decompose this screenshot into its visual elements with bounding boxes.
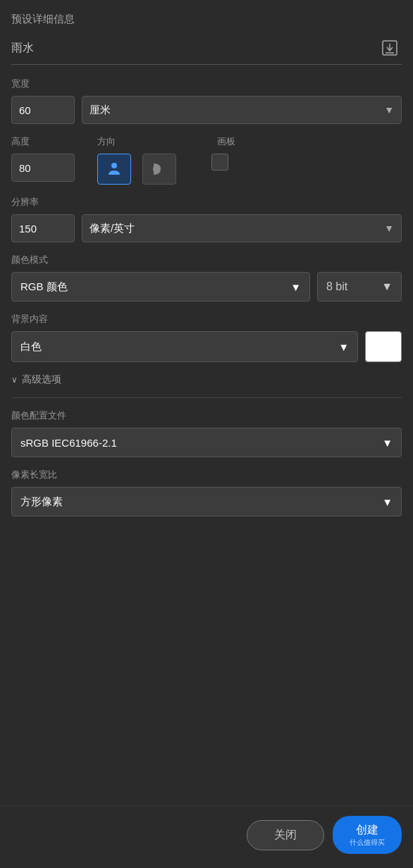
- name-row: [11, 36, 402, 65]
- pixel-ratio-select[interactable]: 方形像素 ▼: [11, 487, 402, 516]
- background-select[interactable]: 白色 ▼: [11, 331, 358, 362]
- width-label: 宽度: [11, 78, 402, 90]
- color-profile-chevron: ▼: [382, 437, 393, 449]
- resolution-row: 像素/英寸 ▼: [11, 214, 402, 242]
- create-sub-label: 什么值得买: [350, 838, 385, 847]
- background-chevron: ▼: [338, 341, 349, 353]
- advanced-options-toggle[interactable]: ∨ 高级选项: [11, 373, 402, 386]
- color-mode-chevron: ▼: [290, 281, 301, 293]
- color-mode-label: 颜色模式: [11, 254, 402, 266]
- canvas-checkbox[interactable]: [211, 154, 228, 170]
- create-label: 创建: [356, 823, 378, 838]
- width-unit-select[interactable]: 厘米 ▼: [82, 96, 402, 124]
- create-button[interactable]: 创建 什么值得买: [333, 816, 402, 854]
- orientation-label: 方向: [97, 135, 182, 148]
- landscape-button[interactable]: [142, 154, 176, 185]
- advanced-arrow-icon: ∨: [11, 375, 18, 385]
- pixel-ratio-label: 像素长宽比: [11, 469, 402, 481]
- close-button[interactable]: 关闭: [247, 820, 324, 850]
- section-title: 预设详细信息: [11, 13, 402, 26]
- height-label: 高度: [11, 135, 75, 148]
- width-input[interactable]: [11, 96, 75, 124]
- height-input[interactable]: [11, 154, 75, 182]
- portrait-button[interactable]: [97, 154, 131, 185]
- resolution-unit-chevron: ▼: [384, 223, 394, 234]
- advanced-label: 高级选项: [22, 373, 61, 386]
- height-block: 高度 方向: [11, 135, 402, 185]
- width-row: 厘米 ▼: [11, 96, 402, 124]
- save-icon: [381, 39, 399, 57]
- pixel-ratio-chevron: ▼: [382, 496, 393, 508]
- color-profile-label: 颜色配置文件: [11, 409, 402, 422]
- color-bits-chevron: ▼: [381, 280, 393, 293]
- color-profile-select[interactable]: sRGB IEC61966-2.1 ▼: [11, 428, 402, 457]
- save-preset-button[interactable]: [378, 36, 402, 60]
- bottom-bar: 关闭 创建 什么值得买: [0, 805, 413, 868]
- canvas-label: 画板: [217, 135, 235, 148]
- orientation-section: 方向: [97, 135, 182, 185]
- divider: [11, 397, 402, 398]
- preset-name-input[interactable]: [11, 42, 378, 54]
- width-unit-chevron: ▼: [384, 104, 394, 116]
- resolution-input[interactable]: [11, 214, 75, 242]
- background-color-swatch[interactable]: [365, 331, 402, 362]
- color-mode-select[interactable]: RGB 颜色 ▼: [11, 272, 310, 302]
- portrait-icon: [104, 159, 124, 179]
- resolution-label: 分辨率: [11, 196, 402, 209]
- background-label: 背景内容: [11, 313, 402, 326]
- color-bits-select[interactable]: 8 bit ▼: [317, 272, 402, 302]
- resolution-unit-select[interactable]: 像素/英寸 ▼: [82, 214, 402, 242]
- background-row: 白色 ▼: [11, 331, 402, 362]
- color-mode-row: RGB 颜色 ▼ 8 bit ▼: [11, 272, 402, 302]
- landscape-icon: [149, 159, 169, 179]
- svg-point-3: [111, 163, 117, 168]
- canvas-section: 画板: [211, 135, 235, 170]
